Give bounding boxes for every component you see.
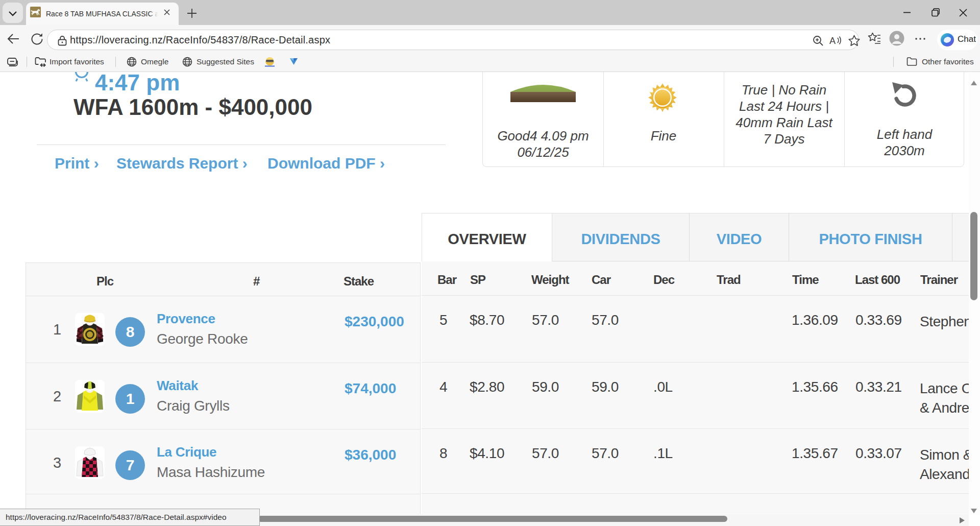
svg-text:A: A bbox=[829, 36, 836, 46]
